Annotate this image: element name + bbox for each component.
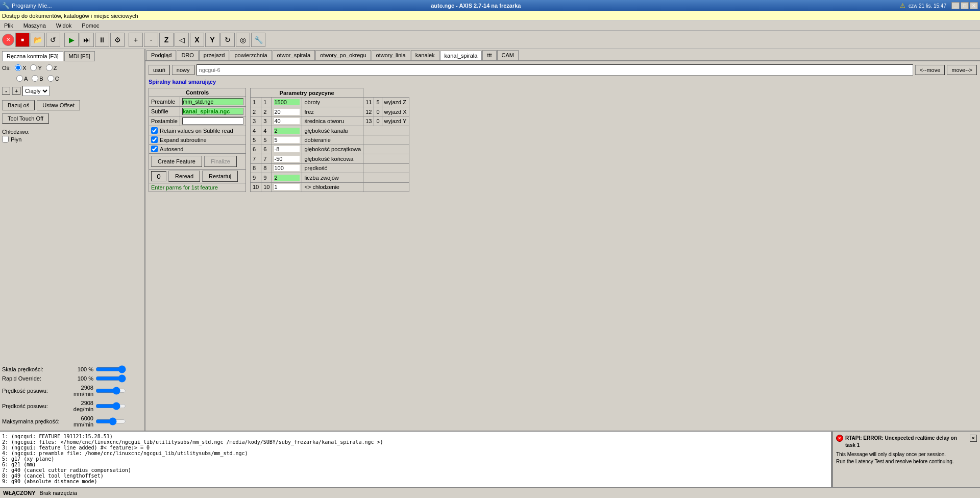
speed-slider-2[interactable] — [95, 375, 126, 382]
plyn-checkbox[interactable]: Płyn — [2, 136, 142, 143]
param-input-2[interactable] — [274, 109, 300, 115]
tool-touch-off-btn[interactable]: Tool Touch Off — [2, 113, 49, 124]
retain-values-cb[interactable] — [151, 127, 158, 134]
tab-otwory-po-okregu[interactable]: otwory_po_okregu — [315, 50, 371, 60]
axis-y[interactable]: Y — [30, 64, 41, 71]
tab-przejazd[interactable]: przejazd — [199, 50, 230, 60]
param-input-7[interactable] — [274, 156, 300, 162]
param-input-3[interactable] — [274, 118, 300, 124]
plus-btn[interactable]: + — [129, 33, 143, 47]
param-val-1[interactable] — [272, 98, 302, 107]
speed-slider-5[interactable] — [95, 418, 126, 424]
run-btn[interactable]: ▶ — [64, 33, 79, 47]
tab-ttt[interactable]: ttt — [482, 50, 496, 60]
nowy-btn[interactable]: nowy — [172, 65, 194, 75]
preamble-value[interactable] — [180, 97, 246, 107]
tab-kanal-spirala[interactable]: kanal_spirala — [440, 51, 482, 61]
log-area[interactable]: 1: (ngcgui: FEATURE 191121:15.28.51) 2: … — [0, 432, 832, 487]
circle-btn[interactable]: ◎ — [236, 33, 250, 47]
close-btn[interactable]: ✕ — [970, 2, 978, 9]
tab-podglad[interactable]: Podgląd — [146, 50, 176, 60]
bazuj-os-btn[interactable]: Bazuj oś — [2, 100, 35, 110]
param-val-6[interactable] — [272, 145, 302, 154]
reload-btn[interactable]: ↺ — [46, 33, 60, 47]
expand-subroutine-cb[interactable] — [151, 136, 158, 143]
param-val-4[interactable] — [272, 126, 302, 135]
restartuj-btn[interactable]: Restartuj — [202, 171, 238, 182]
param-input-6[interactable] — [274, 146, 300, 152]
tab-otwor-spirala[interactable]: otwor_spirala — [273, 50, 315, 60]
feed-dropdown[interactable]: Ciągły — [22, 86, 50, 96]
error-dismiss-btn[interactable]: ✕ — [970, 435, 977, 442]
menu-maszyna[interactable]: Maszyna — [21, 21, 48, 30]
autosend-cb[interactable] — [151, 146, 158, 152]
minus-btn[interactable]: - — [144, 33, 158, 47]
preamble-input[interactable] — [182, 98, 243, 105]
param-val-10[interactable] — [272, 182, 302, 192]
arrow-left-btn[interactable]: ◁ — [175, 33, 189, 47]
taskbar-programy[interactable]: Programy — [12, 3, 36, 9]
tab-mdi[interactable]: MDI [F5] — [64, 51, 95, 61]
tab-otwory-linia[interactable]: otwory_linia — [372, 50, 410, 60]
speed-slider-4[interactable] — [95, 403, 126, 409]
y-btn[interactable]: Y — [205, 33, 219, 47]
param-input-9[interactable] — [274, 175, 300, 181]
menu-plik[interactable]: Plik — [2, 21, 15, 30]
taskbar-mie[interactable]: Mie... — [38, 3, 52, 9]
subfile-value[interactable] — [180, 107, 246, 116]
plus-feed-btn[interactable]: + — [12, 87, 20, 95]
param-input-5[interactable] — [274, 137, 300, 143]
axis-x[interactable]: X — [15, 64, 26, 71]
speed-slider-3[interactable] — [95, 388, 126, 394]
z-btn[interactable]: Z — [159, 33, 174, 47]
maximize-btn[interactable]: □ — [961, 2, 969, 9]
postamble-value[interactable] — [180, 116, 246, 126]
x-btn[interactable]: X — [190, 33, 204, 47]
estop-btn[interactable]: ■ — [15, 33, 30, 47]
reread-btn[interactable]: Reread — [168, 171, 200, 182]
retain-values-row[interactable]: Retain values on Subfile read — [149, 126, 246, 135]
rotate-btn[interactable]: ↻ — [220, 33, 235, 47]
axis-z[interactable]: Z — [46, 64, 57, 71]
tab-powierzchnia[interactable]: powierzchnia — [230, 50, 272, 60]
block-btn[interactable]: ⚙ — [110, 33, 125, 47]
axis-c[interactable]: C — [47, 75, 59, 82]
speed-slider-1[interactable] — [95, 366, 126, 372]
finalize-btn[interactable]: Finalize — [204, 156, 237, 167]
param-val-8[interactable] — [272, 163, 302, 173]
ustaw-offset-btn[interactable]: Ustaw Offset — [37, 100, 80, 110]
tab-reczna-kontrola[interactable]: Ręczna kontrola [F3] — [2, 51, 63, 61]
minimize-btn[interactable]: _ — [951, 2, 960, 9]
stop-btn[interactable]: ✕ — [2, 34, 14, 46]
menu-pomoc[interactable]: Pomoc — [80, 21, 101, 30]
error-close-btn[interactable]: ✕ — [836, 435, 843, 442]
param-val-9[interactable] — [272, 173, 302, 182]
postamble-input[interactable] — [182, 117, 243, 125]
move-back-btn[interactable]: <--move — [915, 65, 945, 75]
step-btn[interactable]: ⏭ — [80, 33, 94, 47]
wrench-btn[interactable]: 🔧 — [251, 33, 265, 47]
ngc-name-input[interactable] — [197, 64, 913, 76]
axis-b[interactable]: B — [32, 75, 43, 82]
menu-widok[interactable]: Widok — [54, 21, 74, 30]
autosend-row[interactable]: Autosend — [149, 145, 246, 154]
tab-cam[interactable]: CAM — [497, 50, 519, 60]
tab-dro[interactable]: DRO — [177, 50, 198, 60]
expand-subroutine-row[interactable]: Expand subroutine — [149, 135, 246, 145]
param-input-4[interactable] — [274, 128, 300, 134]
param-val-2[interactable] — [272, 107, 302, 116]
param-input-10[interactable] — [274, 184, 300, 190]
usun-btn[interactable]: usuń — [149, 65, 170, 75]
tab-kanalek[interactable]: kanalek — [411, 50, 439, 60]
create-feature-btn[interactable]: Create Feature — [151, 156, 202, 167]
axis-a[interactable]: A — [16, 75, 28, 82]
move-fwd-btn[interactable]: move--> — [947, 65, 977, 75]
minus-feed-btn[interactable]: - — [2, 87, 10, 95]
param-val-5[interactable] — [272, 135, 302, 145]
param-input-1[interactable] — [274, 99, 300, 105]
param-input-8[interactable] — [274, 165, 300, 171]
reread-number-input[interactable] — [151, 171, 166, 181]
subfile-input[interactable] — [182, 108, 243, 115]
open-file-btn[interactable]: 📂 — [31, 33, 45, 47]
param-val-3[interactable] — [272, 116, 302, 126]
